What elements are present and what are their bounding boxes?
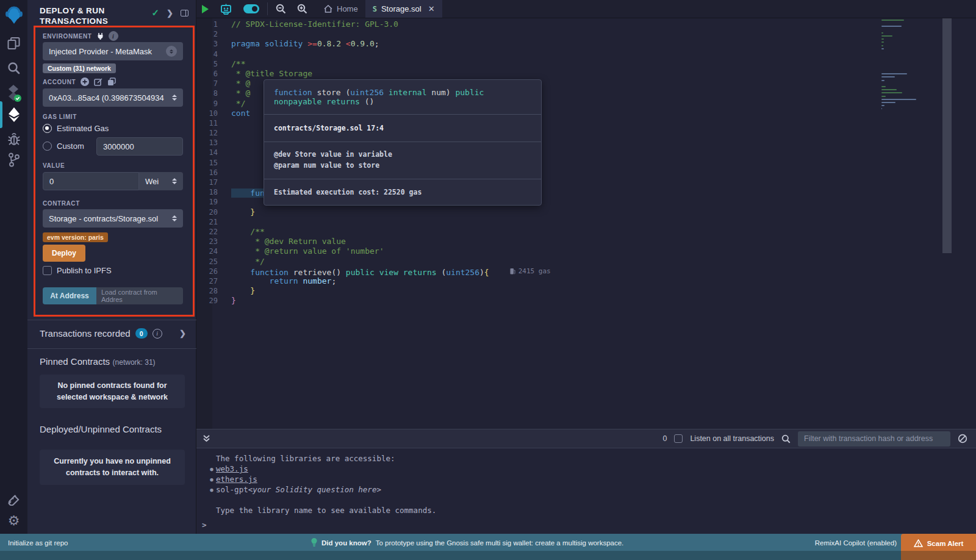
at-address-button[interactable]: At Address (43, 287, 96, 304)
deploy-button[interactable]: Deploy (43, 245, 85, 262)
code-line[interactable]: 28 } (196, 286, 976, 296)
clear-terminal-icon[interactable] (958, 434, 967, 443)
did-you-know-text: To prototype using the Gnosis safe multi… (376, 539, 624, 547)
code-token: } (231, 296, 236, 305)
terminal-link[interactable]: ethers.js (216, 475, 257, 484)
listen-all-checkbox[interactable] (674, 434, 683, 443)
code-editor[interactable]: 1// SPDX-License-Identifier: GPL-3.023pr… (196, 18, 976, 429)
code-line[interactable]: 26 function retrieve() public view retur… (196, 267, 976, 276)
code-token: /** (231, 227, 265, 236)
code-token: () (360, 97, 374, 106)
code-token: cont (231, 109, 250, 118)
code-token: () (331, 267, 345, 276)
did-you-know-label: Did you know? (321, 539, 371, 547)
terminal-filter-input[interactable]: Filter with transaction hash or address (798, 431, 950, 447)
gas-estimate-hint: 2415 gas (510, 267, 551, 276)
plugin-manager-icon[interactable] (0, 489, 27, 508)
code-token: * @title Storage (231, 69, 312, 78)
line-number: 27 (196, 276, 228, 286)
scam-alert-button[interactable]: Scam Alert (901, 534, 976, 560)
code-line[interactable]: 25 */ (196, 257, 976, 267)
environment-select[interactable]: Injected Provider - MetaMask (43, 42, 183, 60)
terminal-output[interactable]: The following libraries are accessible:●… (196, 448, 976, 534)
code-line[interactable]: 24 * @return value of 'number' (196, 246, 976, 256)
code-line[interactable]: 6 * @title Storage (196, 69, 976, 79)
pin-panel-icon[interactable] (181, 10, 188, 16)
code-token: ( (437, 267, 447, 276)
estimated-gas-radio[interactable] (43, 124, 52, 133)
at-address-input[interactable]: Load contract from Addres (96, 287, 183, 304)
account-select[interactable]: 0xA03...85ac4 (0.398673504934 (43, 88, 183, 107)
network-badge: Custom (31) network (43, 63, 116, 73)
code-line[interactable]: 2 (196, 29, 976, 39)
estimated-gas-label: Estimated Gas (57, 124, 109, 133)
collapse-terminal-icon[interactable] (196, 434, 216, 443)
custom-gas-radio[interactable] (43, 142, 52, 151)
line-number: 4 (196, 49, 228, 59)
remix-ai-logo-icon[interactable] (0, 4, 27, 27)
value-label: VALUE (43, 162, 65, 169)
code-line[interactable]: 22 /** (196, 227, 976, 237)
editor-minimap[interactable] (881, 20, 938, 429)
transactions-expand-icon[interactable]: ❯ (179, 329, 186, 338)
terminal-link[interactable]: web3.js (216, 464, 248, 473)
close-tab-icon[interactable]: ✕ (428, 4, 435, 13)
code-line[interactable]: 5/** (196, 59, 976, 69)
code-line[interactable]: 29} (196, 296, 976, 306)
remixai-robot-icon[interactable] (214, 0, 238, 18)
code-token: store (317, 88, 345, 97)
code-line[interactable]: 21 (196, 217, 976, 227)
code-token: < (346, 39, 351, 48)
copy-account-icon[interactable] (107, 77, 116, 86)
tab-storage-sol[interactable]: S Storage.sol ✕ (365, 0, 442, 18)
search-icon[interactable] (0, 59, 27, 76)
editor-scrollbar[interactable] (942, 18, 952, 253)
code-line[interactable]: 23 * @dev Return value (196, 237, 976, 246)
copilot-toggle[interactable] (238, 0, 265, 18)
code-line[interactable]: 4 (196, 49, 976, 59)
code-token: uint256 (350, 88, 384, 97)
terminal-search-icon[interactable] (781, 434, 791, 443)
zoom-in-icon[interactable] (292, 0, 313, 18)
expand-chevron-icon[interactable]: ❯ (167, 9, 173, 18)
code-token: * @ (231, 79, 250, 88)
value-input[interactable]: 0 (43, 172, 139, 190)
solidity-compiler-icon[interactable] (0, 84, 27, 103)
environment-label: ENVIRONMENT (43, 33, 92, 40)
add-account-icon[interactable] (81, 77, 89, 86)
custom-gas-input[interactable]: 3000000 (96, 137, 183, 156)
line-number: 16 (196, 168, 228, 178)
line-number: 5 (196, 59, 228, 69)
zoom-out-icon[interactable] (270, 0, 292, 18)
status-bar: Initialize as git repo Did you know? To … (0, 534, 976, 560)
transactions-info-icon[interactable]: i (152, 329, 162, 339)
contract-select[interactable]: Storage - contracts/Storage.sol (43, 209, 183, 228)
code-token: * @return value of 'number' (231, 246, 384, 256)
code-token: pragma solidity (231, 39, 307, 48)
environment-info-icon[interactable]: i (109, 31, 118, 41)
file-explorer-icon[interactable] (0, 34, 27, 52)
debugger-icon[interactable] (0, 131, 27, 148)
lightbulb-icon (311, 538, 317, 547)
terminal-tx-count: 0 (662, 434, 667, 443)
custom-gas-label: Custom (57, 142, 84, 151)
line-number: 7 (196, 79, 228, 88)
copilot-status[interactable]: RemixAI Copilot (enabled) (815, 539, 897, 547)
line-number: 13 (196, 138, 228, 148)
tab-home[interactable]: Home (317, 0, 365, 18)
git-icon[interactable] (0, 151, 27, 168)
sign-message-icon[interactable] (94, 77, 102, 86)
unpinned-contracts-title: Deployed/Unpinned Contracts (40, 424, 162, 434)
code-token: { (484, 267, 489, 276)
git-init-status[interactable]: Initialize as git repo (0, 539, 68, 547)
terminal-line (196, 495, 976, 505)
run-script-play-icon[interactable] (196, 0, 214, 18)
code-line[interactable]: 1// SPDX-License-Identifier: GPL-3.0 (196, 20, 976, 29)
deploy-run-icon[interactable] (0, 105, 27, 124)
value-unit-select[interactable]: Wei (139, 172, 183, 190)
code-line[interactable]: 27 return number; (196, 276, 976, 286)
settings-gear-icon[interactable]: ⚙ (0, 512, 27, 529)
publish-ipfs-checkbox[interactable] (43, 266, 52, 275)
code-line[interactable]: 3pragma solidity >=0.8.2 <0.9.0; (196, 39, 976, 49)
code-line[interactable]: 20 } (196, 207, 976, 217)
